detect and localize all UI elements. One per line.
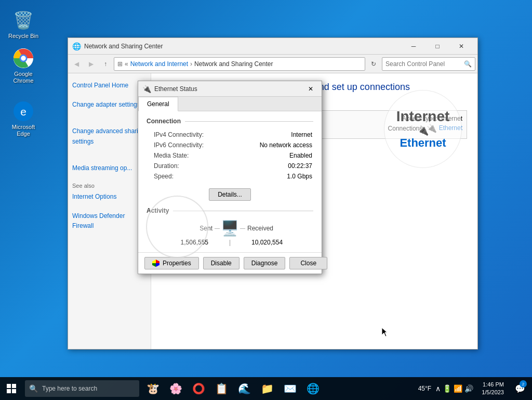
dialog-body: Connection IPv4 Connectivity: Internet I… bbox=[138, 111, 322, 252]
back-button[interactable]: ◀ bbox=[70, 58, 83, 70]
svg-rect-7 bbox=[12, 384, 16, 388]
edge-label: Microsoft Edge bbox=[7, 124, 39, 137]
connection-label: Connections: bbox=[388, 125, 424, 132]
taskbar-app-network[interactable]: 🌐 bbox=[301, 377, 324, 400]
media-row: Media State: Enabled bbox=[148, 151, 312, 160]
ipv6-label: IPv6 Connectivity: bbox=[148, 140, 237, 150]
breadcrumb-network-internet[interactable]: Network and Internet bbox=[130, 60, 188, 68]
breadcrumb: ⊞ « Network and Internet › Network and S… bbox=[114, 57, 365, 71]
address-bar: ◀ ▶ ↑ ⊞ « Network and Internet › Network… bbox=[68, 55, 477, 73]
taskbar-app-mail[interactable]: ✉️ bbox=[278, 377, 301, 400]
taskbar-right: 45°F ∧ 🔋 📶 🔊 1:46 PM 1/5/2023 💬 2 bbox=[414, 377, 532, 400]
taskbar-time: 1:46 PM 1/5/2023 bbox=[477, 381, 508, 397]
maximize-button[interactable]: □ bbox=[425, 38, 449, 55]
minimize-button[interactable]: ─ bbox=[402, 38, 425, 55]
wifi-icon: 📶 bbox=[454, 384, 462, 393]
dialog-footer: Properties Disable Diagnose Close bbox=[138, 252, 322, 274]
tab-general[interactable]: General bbox=[138, 97, 178, 111]
received-value: 10,020,554 bbox=[247, 239, 313, 246]
up-button[interactable]: ↑ bbox=[99, 58, 112, 70]
access-type-value: Internet bbox=[441, 115, 462, 122]
ipv4-label: IPv4 Connectivity: bbox=[148, 130, 237, 139]
chevron-up-icon[interactable]: ∧ bbox=[435, 384, 441, 393]
battery-icon: 🔋 bbox=[443, 384, 451, 393]
start-button[interactable] bbox=[0, 377, 23, 400]
time-display: 1:46 PM bbox=[482, 381, 504, 389]
sidebar-nav: Control Panel Home Change adapter settin… bbox=[72, 80, 147, 174]
taskbar-apps: 🐮 🌸 ⭕ 📋 🌊 📁 ✉️ 🌐 bbox=[141, 377, 414, 400]
ipv4-value: Internet bbox=[238, 130, 312, 139]
disable-button[interactable]: Disable bbox=[203, 257, 240, 269]
ethernet-link[interactable]: Ethernet bbox=[439, 122, 462, 134]
ethernet-status-dialog: 🔌 Ethernet Status ✕ General Connection I… bbox=[138, 81, 322, 274]
see-also-section: See also Internet Options Windows Defend… bbox=[72, 183, 147, 233]
svg-rect-6 bbox=[7, 384, 11, 388]
taskbar-app-edge[interactable]: 🌊 bbox=[233, 377, 256, 400]
refresh-button[interactable]: ↻ bbox=[367, 58, 380, 70]
taskbar-search[interactable]: 🔍 Type here to search bbox=[25, 380, 139, 397]
notification-button[interactable]: 💬 2 bbox=[512, 377, 528, 400]
speed-row: Speed: 1.0 Gbps bbox=[148, 172, 312, 181]
date-display: 1/5/2023 bbox=[482, 389, 504, 396]
breadcrumb-current: Network and Sharing Center bbox=[194, 60, 273, 68]
edge-image: e bbox=[13, 101, 34, 122]
speed-label: Speed: bbox=[148, 172, 237, 181]
recycle-bin-label: Recycle Bin bbox=[8, 33, 38, 40]
duration-row: Duration: 00:22:37 bbox=[148, 161, 312, 171]
speed-value: 1.0 Gbps bbox=[238, 172, 312, 181]
window-controls: ─ □ ✕ bbox=[402, 38, 473, 55]
duration-value: 00:22:37 bbox=[238, 161, 312, 171]
properties-icon bbox=[152, 260, 159, 267]
volume-icon: 🔊 bbox=[464, 384, 473, 393]
dialog-titlebar: 🔌 Ethernet Status ✕ bbox=[138, 81, 322, 97]
recycle-bin-image: 🗑️ bbox=[13, 10, 34, 31]
connection-row: Connections: 🔌 Ethernet bbox=[388, 122, 462, 134]
diagnose-button[interactable]: Diagnose bbox=[244, 257, 286, 269]
close-main-button[interactable]: Close bbox=[289, 257, 327, 269]
sidebar-windows-defender[interactable]: Windows Defender Firewall bbox=[72, 210, 147, 232]
sent-value: 1,506,555 bbox=[147, 239, 212, 246]
taskbar-app-clipboard[interactable]: 📋 bbox=[210, 377, 233, 400]
google-chrome-icon[interactable]: Google Chrome bbox=[5, 46, 42, 86]
taskbar-app-moo[interactable]: 🐮 bbox=[141, 377, 164, 400]
desktop: 🗑️ Recycle Bin Google Chrome e Microsoft… bbox=[0, 0, 532, 400]
svg-rect-9 bbox=[12, 389, 16, 393]
microsoft-edge-icon[interactable]: e Microsoft Edge bbox=[5, 99, 42, 139]
activity-section-title: Activity bbox=[147, 207, 313, 214]
dialog-close-button[interactable]: ✕ bbox=[304, 82, 317, 96]
sidebar-change-advanced[interactable]: Change advanced sharingsettings bbox=[72, 125, 147, 147]
sidebar-change-adapter[interactable]: Change adapter settings bbox=[72, 99, 147, 111]
breadcrumb-sep: › bbox=[190, 60, 192, 68]
search-input[interactable] bbox=[385, 60, 464, 68]
sent-label: Sent bbox=[147, 225, 212, 232]
svg-rect-8 bbox=[7, 389, 11, 393]
network-access: Access type: Internet Connections: 🔌 Eth… bbox=[388, 115, 462, 134]
sidebar-internet-options[interactable]: Internet Options bbox=[72, 191, 147, 203]
forward-button[interactable]: ▶ bbox=[85, 58, 97, 70]
dialog-title-icon: 🔌 bbox=[142, 85, 151, 93]
recycle-bin-icon[interactable]: 🗑️ Recycle Bin bbox=[5, 8, 42, 42]
sidebar-media-streaming[interactable]: Media streaming op... bbox=[72, 162, 147, 174]
dialog-title-text: Ethernet Status bbox=[154, 85, 304, 93]
taskbar-app-circle[interactable]: ⭕ bbox=[187, 377, 210, 400]
activity-grid: Sent — 🖥️ — Received 1,506,555 | 10,020,… bbox=[147, 220, 313, 246]
dialog-tabs: General bbox=[138, 97, 322, 111]
ipv4-row: IPv4 Connectivity: Internet bbox=[148, 130, 312, 139]
ipv6-value: No network access bbox=[238, 140, 312, 150]
media-label: Media State: bbox=[148, 151, 237, 160]
taskbar-app-folder[interactable]: 📁 bbox=[256, 377, 278, 400]
properties-button[interactable]: Properties bbox=[144, 257, 199, 269]
details-button[interactable]: Details... bbox=[209, 188, 251, 201]
taskbar: 🔍 Type here to search 🐮 🌸 ⭕ 📋 🌊 📁 ✉️ 🌐 4… bbox=[0, 377, 532, 400]
svg-text:e: e bbox=[20, 106, 26, 118]
close-button[interactable]: ✕ bbox=[449, 38, 473, 55]
ipv6-row: IPv6 Connectivity: No network access bbox=[148, 140, 312, 150]
see-also-label: See also bbox=[72, 183, 147, 189]
taskbar-search-icon: 🔍 bbox=[29, 384, 38, 393]
taskbar-app-flower[interactable]: 🌸 bbox=[164, 377, 187, 400]
nsc-titlebar: 🌐 Network and Sharing Center ─ □ ✕ bbox=[68, 38, 477, 55]
search-icon: 🔍 bbox=[464, 60, 472, 68]
access-type-key: Access type: bbox=[402, 115, 437, 122]
taskbar-sys-icons: ∧ 🔋 📶 🔊 bbox=[435, 384, 473, 393]
sidebar-control-panel-home[interactable]: Control Panel Home bbox=[72, 80, 147, 92]
